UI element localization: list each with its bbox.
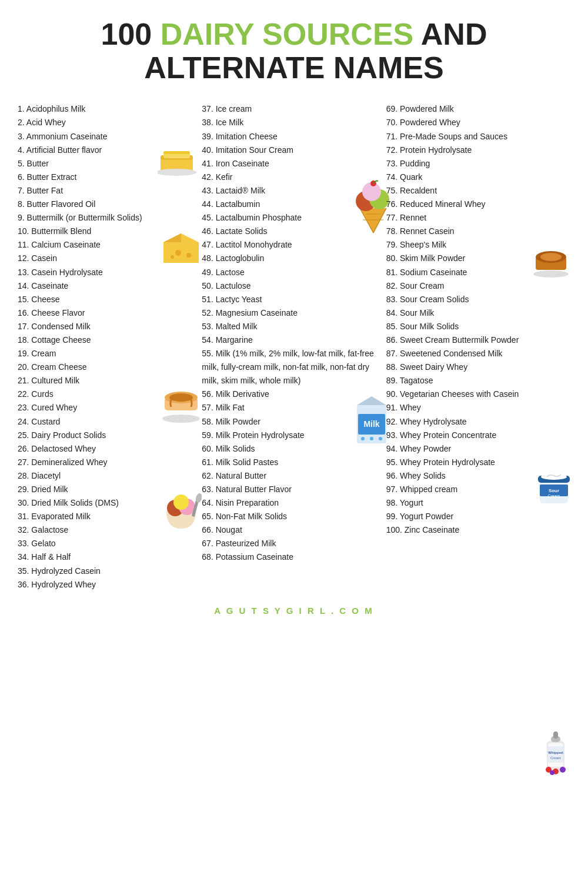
list-item: 68. Potassium Caseinate — [202, 550, 386, 564]
list-item: 98. Yogurt — [386, 496, 570, 510]
list-item: 28. Diacetyl — [18, 469, 202, 483]
svg-rect-49 — [548, 746, 563, 763]
list-item: 26. Delactosed Whey — [18, 442, 202, 456]
list-item: 23. Cured Whey — [18, 401, 202, 415]
list-item: 95. Whey Protein Hydrolysate — [386, 456, 570, 469]
list-item: 17. Condensed Milk — [18, 320, 202, 333]
list-item: 88. Sweet Dairy Whey — [386, 360, 570, 374]
list-item: 20. Cream Cheese — [18, 360, 202, 374]
list-item: 99. Yogurt Powder — [386, 510, 570, 523]
svg-rect-48 — [548, 743, 563, 767]
list-item: 75. Recaldent — [386, 184, 570, 198]
list-item: 10. Buttermilk Blend — [18, 225, 202, 238]
list-item: 22. Curds — [18, 387, 202, 401]
list-item: 31. Evaporated Milk — [18, 510, 202, 523]
list-item: 93. Whey Protein Concentrate — [386, 429, 570, 442]
list-item: 30. Dried Milk Solids (DMS) — [18, 496, 202, 510]
list-item: 4. Artificial Butter flavor — [18, 143, 202, 157]
list-item: 25. Dairy Product Solids — [18, 429, 202, 442]
list-item: 61. Milk Solid Pastes — [202, 456, 386, 469]
list-item: 85. Sour Milk Solids — [386, 320, 570, 333]
list-item: 72. Protein Hydrolysate — [386, 143, 570, 157]
svg-point-54 — [546, 767, 552, 773]
list-item: 83. Sour Cream Solids — [386, 293, 570, 306]
svg-text:Cream: Cream — [550, 756, 561, 760]
column-3: Sour Cream Whipped Cream — [386, 102, 570, 591]
list-item: 19. Cream — [18, 347, 202, 360]
list-item: 24. Custard — [18, 415, 202, 429]
list-item: 63. Natural Butter Flavor — [202, 483, 386, 496]
list-item: 62. Natural Butter — [202, 469, 386, 483]
col1-list: 1. Acidophilus Milk2. Acid Whey3. Ammoni… — [18, 102, 202, 591]
list-item: 56. Milk Derivative — [202, 387, 386, 401]
list-item: 1. Acidophilus Milk — [18, 102, 202, 116]
list-item: 81. Sodium Caseinate — [386, 266, 570, 279]
list-item: 55. Milk (1% milk, 2% milk, low-fat milk… — [202, 347, 386, 387]
title-line2: ALTERNATE NAMES — [18, 51, 570, 85]
list-item: 67. Pasteurized Milk — [202, 537, 386, 550]
list-item: 53. Malted Milk — [202, 320, 386, 333]
list-item: 48. Lactoglobulin — [202, 252, 386, 265]
list-item: 15. Cheese — [18, 293, 202, 306]
list-item: 90. Vegetarian Cheeses with Casein — [386, 387, 570, 401]
list-item: 37. Ice cream — [202, 102, 386, 116]
list-item: 54. Margarine — [202, 333, 386, 347]
list-item: 32. Galactose — [18, 523, 202, 537]
list-item: 86. Sweet Cream Buttermilk Powder — [386, 333, 570, 347]
list-item: 47. Lactitol Monohydrate — [202, 238, 386, 252]
list-item: 80. Skim Milk Powder — [386, 252, 570, 265]
list-item: 42. Kefir — [202, 171, 386, 184]
list-item: 59. Milk Protein Hydrolysate — [202, 429, 386, 442]
list-item: 43. Lactaid® Milk — [202, 184, 386, 198]
list-item: 8. Butter Flavored Oil — [18, 198, 202, 211]
list-item: 69. Powdered Milk — [386, 102, 570, 116]
column-2: Milk 37. Ice cream38. Ice Milk39. Imitat… — [202, 102, 386, 591]
list-item: 100. Zinc Caseinate — [386, 523, 570, 537]
list-item: 41. Iron Caseinate — [202, 157, 386, 171]
title-section: 100 DAIRY SOURCES AND ALTERNATE NAMES — [18, 12, 570, 91]
list-item: 82. Sour Cream — [386, 279, 570, 293]
col2-list: 37. Ice cream38. Ice Milk39. Imitation C… — [202, 102, 386, 564]
list-item: 87. Sweetened Condensed Milk — [386, 347, 570, 360]
columns-container: 1. Acidophilus Milk2. Acid Whey3. Ammoni… — [18, 102, 570, 591]
list-item: 77. Rennet — [386, 211, 570, 225]
list-item: 29. Dried Milk — [18, 483, 202, 496]
list-item: 71. Pre-Made Soups and Sauces — [386, 130, 570, 143]
svg-point-56 — [560, 767, 566, 773]
list-item: 27. Demineralized Whey — [18, 456, 202, 469]
list-item: 36. Hydrolyzed Whey — [18, 578, 202, 592]
footer: A G U T S Y G I R L . C O M — [18, 606, 570, 616]
list-item: 65. Non-Fat Milk Solids — [202, 510, 386, 523]
list-item: 96. Whey Solids — [386, 469, 570, 483]
list-item: 6. Butter Extract — [18, 171, 202, 184]
list-item: 66. Nougat — [202, 523, 386, 537]
svg-rect-52 — [551, 736, 560, 742]
list-item: 13. Casein Hydrolysate — [18, 266, 202, 279]
list-item: 3. Ammonium Caseinate — [18, 130, 202, 143]
list-item: 94. Whey Powder — [386, 442, 570, 456]
list-item: 18. Cottage Cheese — [18, 333, 202, 347]
list-item: 58. Milk Powder — [202, 415, 386, 429]
list-item: 12. Casein — [18, 252, 202, 265]
list-item: 49. Lactose — [202, 266, 386, 279]
list-item: 9. Buttermilk (or Buttermilk Solids) — [18, 211, 202, 225]
list-item: 34. Half & Half — [18, 550, 202, 564]
list-item: 39. Imitation Cheese — [202, 130, 386, 143]
svg-rect-47 — [547, 740, 564, 773]
list-item: 84. Sour Milk — [386, 306, 570, 320]
list-item: 70. Powdered Whey — [386, 116, 570, 129]
title-line1: 100 DAIRY SOURCES AND — [18, 18, 570, 51]
svg-text:Whipped: Whipped — [548, 751, 563, 754]
list-item: 46. Lactate Solids — [202, 225, 386, 238]
list-item: 73. Pudding — [386, 157, 570, 171]
list-item: 11. Calcium Caseinate — [18, 238, 202, 252]
svg-point-57 — [550, 770, 554, 775]
column-1: 1. Acidophilus Milk2. Acid Whey3. Ammoni… — [18, 102, 202, 591]
list-item: 57. Milk Fat — [202, 401, 386, 415]
list-item: 2. Acid Whey — [18, 116, 202, 129]
list-item: 35. Hydrolyzed Casein — [18, 564, 202, 578]
list-item: 79. Sheep's Milk — [386, 238, 570, 252]
list-item: 64. Nisin Preparation — [202, 496, 386, 510]
list-item: 74. Quark — [386, 171, 570, 184]
list-item: 45. Lactalbumin Phosphate — [202, 211, 386, 225]
